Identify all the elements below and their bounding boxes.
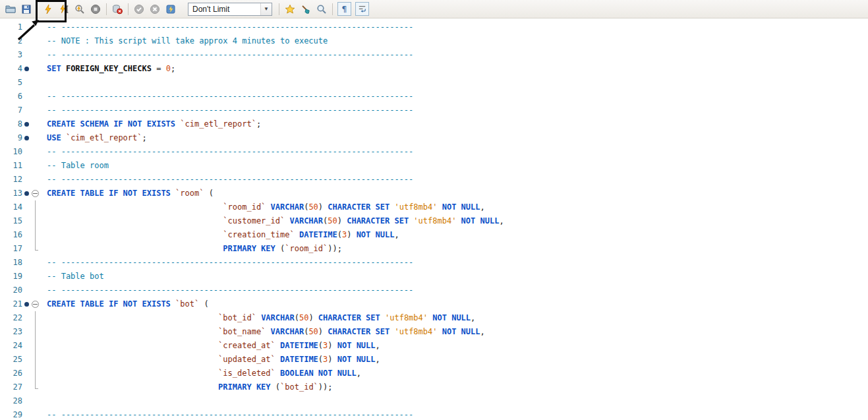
line-number: 10 <box>0 145 22 159</box>
broom-icon <box>301 4 311 15</box>
code-text: -- NOTE : This script will take approx 4… <box>40 34 328 48</box>
gutter-marker-column <box>22 104 31 117</box>
line-number: 3 <box>0 48 22 62</box>
code-line[interactable]: 27 PRIMARY KEY (`bot_id`)); <box>0 380 868 394</box>
gutter-marker-column <box>22 76 31 90</box>
fold-marker[interactable] <box>31 187 40 200</box>
statement-marker <box>24 302 29 307</box>
fold-column <box>31 76 40 90</box>
code-line[interactable]: 10-- -----------------------------------… <box>0 145 868 159</box>
rollback-button[interactable] <box>147 1 163 17</box>
line-number: 25 <box>0 353 22 367</box>
line-number: 24 <box>0 339 22 353</box>
toolbar-separator <box>279 3 279 15</box>
code-text: `creation_time` DATETIME(3) NOT NULL, <box>40 228 399 242</box>
code-line[interactable]: 22 `bot_id` VARCHAR(50) CHARACTER SET 'u… <box>0 311 868 325</box>
code-line[interactable]: 5 <box>0 76 868 90</box>
code-line[interactable]: 4SET FOREIGN_KEY_CHECKS = 0; <box>0 62 868 76</box>
line-number: 21 <box>0 297 22 311</box>
execute-script-button[interactable] <box>40 1 56 17</box>
gutter-marker-column <box>22 187 31 200</box>
fold-marker[interactable] <box>31 297 40 311</box>
fold-column <box>31 380 40 394</box>
line-number: 8 <box>0 117 22 131</box>
find-button[interactable] <box>314 1 330 17</box>
fold-column <box>31 408 40 420</box>
code-line[interactable]: 7-- ------------------------------------… <box>0 104 868 117</box>
fold-column <box>31 48 40 62</box>
code-line[interactable]: 20-- -----------------------------------… <box>0 284 868 297</box>
code-line[interactable]: 21CREATE TABLE IF NOT EXISTS `bot` ( <box>0 297 868 311</box>
toggle-invisible-characters-button[interactable]: ¶ <box>337 2 351 16</box>
code-line[interactable]: 11-- Table room <box>0 159 868 173</box>
code-line[interactable]: 28 <box>0 394 868 408</box>
code-line[interactable]: 9USE `cim_etl_report`; <box>0 131 868 145</box>
find-magnifier-icon <box>316 4 327 15</box>
code-line[interactable]: 29-- -----------------------------------… <box>0 408 868 420</box>
limit-rows-dropdown[interactable]: Don't Limit ▼ <box>188 3 272 16</box>
code-line[interactable]: 17 PRIMARY KEY (`room_id`)); <box>0 242 868 256</box>
code-text: CREATE TABLE IF NOT EXISTS `bot` ( <box>40 297 209 311</box>
code-line[interactable]: 3-- ------------------------------------… <box>0 48 868 62</box>
code-line[interactable]: 24 `created_at` DATETIME(3) NOT NULL, <box>0 339 868 353</box>
code-line[interactable]: 12-- -----------------------------------… <box>0 173 868 187</box>
gutter-marker-column <box>22 256 31 270</box>
code-editor[interactable]: 1-- ------------------------------------… <box>0 18 868 420</box>
code-line[interactable]: 13CREATE TABLE IF NOT EXISTS `room` ( <box>0 187 868 200</box>
line-number: 20 <box>0 284 22 297</box>
fold-column <box>31 256 40 270</box>
gutter-marker-column <box>22 311 31 325</box>
fold-column <box>31 173 40 187</box>
code-line[interactable]: 26 `is_deleted` BOOLEAN NOT NULL, <box>0 367 868 380</box>
code-line[interactable]: 25 `updated_at` DATETIME(3) NOT NULL, <box>0 353 868 367</box>
toggle-stop-on-error-button[interactable] <box>109 1 125 17</box>
dropdown-caret-icon[interactable]: ▼ <box>260 3 272 15</box>
code-text: -- -------------------------------------… <box>40 48 413 62</box>
toggle-autocommit-button[interactable] <box>163 1 179 17</box>
line-number: 16 <box>0 228 22 242</box>
toggle-word-wrap-button[interactable] <box>355 2 369 16</box>
code-line[interactable]: 2-- NOTE : This script will take approx … <box>0 34 868 48</box>
gutter-marker-column <box>22 353 31 367</box>
beautify-script-button[interactable] <box>282 1 298 17</box>
code-line[interactable]: 19-- Table bot <box>0 270 868 284</box>
code-line[interactable]: 18-- -----------------------------------… <box>0 256 868 270</box>
code-text: `bot_name` VARCHAR(50) CHARACTER SET 'ut… <box>40 325 485 339</box>
gutter-marker-column <box>22 145 31 159</box>
toolbar-separator <box>128 3 129 15</box>
fold-column <box>31 284 40 297</box>
fold-column <box>31 131 40 145</box>
explain-plan-button[interactable] <box>72 1 88 17</box>
explain-magnifier-lightning-icon <box>74 4 85 15</box>
code-line[interactable]: 8CREATE SCHEMA IF NOT EXISTS `cim_etl_re… <box>0 117 868 131</box>
code-line[interactable]: 1-- ------------------------------------… <box>0 20 868 34</box>
clean-editor-button[interactable] <box>298 1 314 17</box>
open-file-button[interactable] <box>3 1 18 17</box>
execute-current-statement-button[interactable] <box>56 1 72 17</box>
code-line[interactable]: 14 `room_id` VARCHAR(50) CHARACTER SET '… <box>0 200 868 214</box>
line-number: 26 <box>0 367 22 380</box>
gutter-marker-column <box>22 200 31 214</box>
gutter-marker-column <box>22 48 31 62</box>
fold-column <box>31 270 40 284</box>
line-number: 4 <box>0 62 22 76</box>
code-line[interactable]: 15 `customer_id` VARCHAR(50) CHARACTER S… <box>0 214 868 228</box>
code-text: PRIMARY KEY (`room_id`)); <box>40 242 342 256</box>
gutter-marker-column <box>22 214 31 228</box>
code-line[interactable]: 23 `bot_name` VARCHAR(50) CHARACTER SET … <box>0 325 868 339</box>
code-line[interactable]: 16 `creation_time` DATETIME(3) NOT NULL, <box>0 228 868 242</box>
code-text: -- Table room <box>40 159 109 173</box>
code-text: SET FOREIGN_KEY_CHECKS = 0; <box>40 62 175 76</box>
line-number: 29 <box>0 408 22 420</box>
code-line[interactable]: 6-- ------------------------------------… <box>0 90 868 104</box>
code-text: CREATE SCHEMA IF NOT EXISTS `cim_etl_rep… <box>40 117 261 131</box>
line-number: 7 <box>0 104 22 117</box>
gutter-marker-column <box>22 297 31 311</box>
toolbar-separator <box>106 3 107 15</box>
save-button[interactable] <box>18 1 34 17</box>
line-number: 11 <box>0 159 22 173</box>
stop-query-button[interactable] <box>88 1 103 17</box>
code-text: -- -------------------------------------… <box>40 104 413 117</box>
commit-button[interactable] <box>131 1 147 17</box>
code-text: -- -------------------------------------… <box>40 408 413 420</box>
